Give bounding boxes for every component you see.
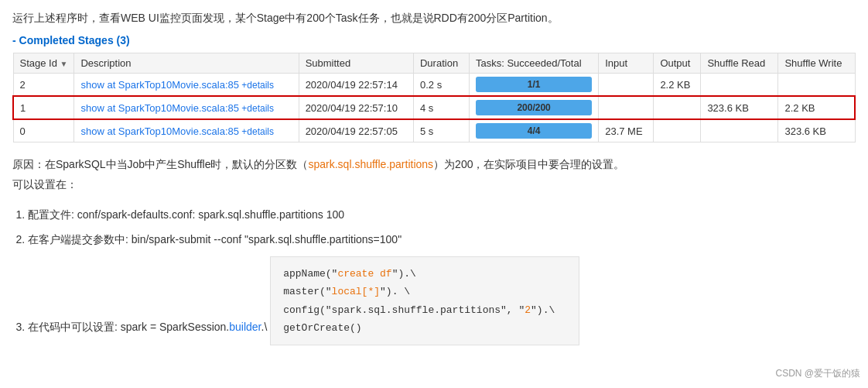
cell-shuffle-read	[701, 119, 778, 142]
list-item-2: 在客户端提交参数中: bin/spark-submit --conf "spar…	[28, 228, 856, 250]
code-block: appName("create df").\ master("local[*]"…	[270, 256, 579, 346]
cell-description: show at SparkTop10Movie.scala:85 +detail…	[74, 96, 299, 119]
cell-input	[599, 74, 654, 97]
code-line-2: master("local[*]"). \	[283, 286, 410, 297]
stage-link[interactable]: show at SparkTop10Movie.scala:85	[80, 79, 239, 91]
code-line-4: getOrCreate()	[283, 322, 361, 334]
stage-link[interactable]: show at SparkTop10Movie.scala:85	[80, 125, 239, 137]
table-header-row: Stage Id ▼ Description Submitted Duratio…	[13, 53, 855, 74]
cell-tasks: 4/4	[469, 119, 598, 142]
stage-link[interactable]: show at SparkTop10Movie.scala:85	[80, 102, 239, 114]
progress-text: 200/200	[517, 102, 550, 113]
cell-input	[599, 96, 654, 119]
details-link[interactable]: +details	[239, 80, 274, 91]
cell-shuffle-write: 323.6 KB	[778, 119, 855, 142]
list-item-2-text: 在客户端提交参数中: bin/spark-submit --conf "spar…	[28, 233, 402, 246]
cell-output: 2.2 KB	[654, 74, 701, 97]
cell-shuffle-read: 323.6 KB	[701, 96, 778, 119]
cell-duration: 0.2 s	[413, 74, 469, 97]
section-title: - Completed Stages (3)	[12, 34, 856, 46]
progress-bar: 1/1	[476, 77, 592, 92]
cell-stage-id: 1	[13, 96, 74, 119]
cell-output	[654, 119, 701, 142]
explanation-highlight: spark.sql.shuffle.partitions	[309, 158, 434, 170]
progress-bar: 4/4	[476, 123, 592, 139]
cell-submitted: 2020/04/19 22:57:05	[299, 119, 413, 142]
list-item-1: 配置文件: conf/spark-defaults.conf: spark.sq…	[28, 204, 856, 225]
cell-input: 23.7 ME	[599, 119, 654, 142]
cell-duration: 4 s	[413, 96, 469, 119]
cell-stage-id: 2	[13, 74, 74, 97]
progress-text: 4/4	[528, 125, 541, 136]
cell-output	[654, 96, 701, 119]
explanation-block: 原因：在SparkSQL中当Job中产生Shuffle时，默认的分区数（spar…	[12, 155, 856, 194]
col-input: Input	[599, 53, 654, 74]
table-row: 1show at SparkTop10Movie.scala:85 +detai…	[13, 96, 855, 119]
table-row: 0show at SparkTop10Movie.scala:85 +detai…	[13, 119, 855, 142]
col-shuffle-write: Shuffle Write	[778, 53, 855, 74]
col-duration: Duration	[413, 53, 469, 74]
list-item-3-text: 在代码中可以设置: spark = SparkSession.builder.\	[28, 321, 267, 333]
cell-stage-id: 0	[13, 119, 74, 142]
list-item-3: 在代码中可以设置: spark = SparkSession.builder.\…	[28, 253, 856, 346]
col-output: Output	[654, 53, 701, 74]
details-link[interactable]: +details	[239, 103, 274, 114]
explanation-line2: 可以设置在：	[12, 178, 77, 191]
explanation-line1-post: ）为200，在实际项目中要合理的设置。	[433, 158, 624, 170]
progress-text: 1/1	[528, 79, 541, 90]
list-section: 配置文件: conf/spark-defaults.conf: spark.sq…	[28, 204, 856, 346]
cell-duration: 5 s	[413, 119, 469, 142]
col-shuffle-read: Shuffle Read	[701, 53, 778, 74]
list-item-1-text: 配置文件: conf/spark-defaults.conf: spark.sq…	[28, 208, 344, 221]
table-row: 2show at SparkTop10Movie.scala:85 +detai…	[13, 74, 855, 97]
progress-bar: 200/200	[476, 100, 592, 115]
cell-submitted: 2020/04/19 22:57:14	[299, 74, 413, 97]
cell-submitted: 2020/04/19 22:57:10	[299, 96, 413, 119]
cell-shuffle-read	[701, 74, 778, 97]
code-line-3: config("spark.sql.shuffle.partitions", "…	[283, 304, 555, 316]
col-tasks: Tasks: Succeeded/Total	[469, 53, 598, 74]
cell-description: show at SparkTop10Movie.scala:85 +detail…	[74, 74, 299, 97]
col-submitted: Submitted	[299, 53, 413, 74]
cell-shuffle-write: 2.2 KB	[778, 96, 855, 119]
cell-shuffle-write	[778, 74, 855, 97]
explanation-line1-pre: 原因：在SparkSQL中当Job中产生Shuffle时，默认的分区数（	[12, 158, 309, 170]
cell-tasks: 1/1	[469, 74, 598, 97]
col-stage-id[interactable]: Stage Id ▼	[13, 53, 74, 74]
cell-tasks: 200/200	[469, 96, 598, 119]
details-link[interactable]: +details	[239, 126, 274, 137]
stages-table: Stage Id ▼ Description Submitted Duratio…	[12, 53, 856, 142]
intro-text: 运行上述程序时，查看WEB UI监控页面发现，某个Stage中有200个Task…	[12, 9, 856, 26]
code-line-1: appName("create df").\	[283, 268, 416, 280]
col-description: Description	[74, 53, 299, 74]
cell-description: show at SparkTop10Movie.scala:85 +detail…	[74, 119, 299, 142]
